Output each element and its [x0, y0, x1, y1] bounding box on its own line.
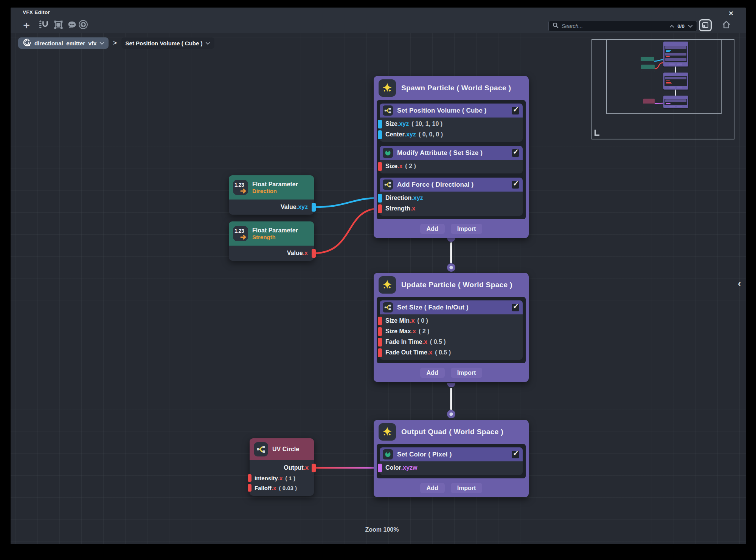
publish-button[interactable]: [78, 20, 88, 31]
block-set-color: Set Color ( Pixel ) ✓ Color.xyzw: [380, 447, 523, 475]
node-spawn-particle[interactable]: Spawn Particle ( World Space ): [374, 76, 529, 238]
search-input[interactable]: [562, 23, 666, 29]
input-port-size-min[interactable]: [378, 317, 382, 325]
block-header[interactable]: Modify Attribute ( Set Size ) ✓: [380, 146, 523, 160]
float-parameter-icon: 1.23: [233, 226, 248, 241]
output-label: Value: [287, 250, 303, 257]
input-row: Intensity.x( 1 ): [250, 473, 314, 483]
stage-link-socket: [447, 410, 455, 418]
node-header: UV Circle: [250, 438, 314, 460]
row-suffix: .x: [422, 339, 427, 345]
search-match-count: 0/0: [677, 23, 685, 29]
node-float-parameter-strength[interactable]: 1.23 Float Parameter Strength Value.x: [229, 221, 314, 261]
graph-canvas[interactable]: directional_emitter_vfx > Set Position V…: [11, 33, 746, 544]
output-port-value[interactable]: [312, 249, 316, 258]
breadcrumb-root[interactable]: directional_emitter_vfx: [18, 37, 109, 49]
input-port-size[interactable]: [378, 120, 382, 128]
block-header[interactable]: Set Position Volume ( Cube ) ✓: [380, 104, 523, 118]
row-value: ( 0.5 ): [430, 339, 446, 345]
output-label: Output: [284, 464, 303, 471]
snap-button[interactable]: [39, 20, 49, 31]
node-output-quad[interactable]: Output Quad ( World Space ) Set Color ( …: [374, 420, 529, 497]
search-next-button[interactable]: [687, 23, 693, 29]
node-float-parameter-direction[interactable]: 1.23 Float Parameter Direction Value.xyz: [229, 175, 314, 215]
block-list: Set Color ( Pixel ) ✓ Color.xyzw: [377, 444, 526, 478]
add-node-button[interactable]: +: [21, 20, 32, 31]
panel-collapse-chevron[interactable]: ‹: [735, 278, 744, 289]
add-button[interactable]: Add: [420, 483, 445, 493]
import-button[interactable]: Import: [451, 483, 483, 493]
input-port-size[interactable]: [378, 162, 382, 171]
input-port-direction[interactable]: [378, 194, 382, 203]
minimap[interactable]: [591, 39, 734, 139]
stage: VFX Editor ✕ +: [0, 0, 756, 560]
enabled-checkbox[interactable]: ✓: [512, 107, 519, 114]
check-icon: ✓: [513, 449, 519, 458]
close-button[interactable]: ✕: [727, 10, 735, 17]
row-value: ( 2 ): [405, 163, 416, 170]
comments-button[interactable]: [67, 20, 77, 31]
block-rows: Size Min.x( 0 ) Size Max.x( 2 ) Fade In …: [380, 314, 523, 360]
home-button[interactable]: [721, 20, 731, 31]
input-port-fade-out[interactable]: [378, 348, 382, 357]
check-icon: ✓: [513, 147, 519, 156]
input-port-center[interactable]: [378, 130, 382, 139]
node-uv-circle[interactable]: UV Circle Output.x Intensity.x( 1 ) Fall…: [250, 438, 314, 496]
node-header: 1.23 Float Parameter Direction: [229, 175, 314, 200]
input-port-fade-in[interactable]: [378, 338, 382, 347]
row-suffix: .xyz: [411, 195, 423, 201]
enabled-checkbox[interactable]: ✓: [512, 149, 519, 157]
stage-link-dome: [447, 238, 455, 242]
stage-link-socket: [447, 263, 455, 272]
enabled-checkbox[interactable]: ✓: [512, 181, 519, 189]
input-port-strength[interactable]: [378, 204, 382, 213]
block-rows: Size.xyz( 10, 1, 10 ) Center.xyz( 0, 0, …: [380, 118, 523, 142]
output-label: Value: [281, 204, 297, 210]
row-label: Strength: [385, 205, 410, 212]
input-port-color[interactable]: [378, 464, 382, 472]
marquee-select-button[interactable]: [53, 20, 64, 31]
output-port[interactable]: [312, 464, 316, 472]
minimap-toggle-corner: [703, 25, 705, 27]
breadcrumb-current-label: Set Position Volume ( Cube ): [126, 40, 203, 46]
import-button[interactable]: Import: [451, 368, 483, 378]
node-body: Value.x: [229, 246, 314, 261]
node-graph-icon: [383, 302, 393, 312]
row-label: Size Min: [385, 317, 410, 324]
input-port-intensity[interactable]: [248, 474, 251, 482]
node-footer: Add Import: [374, 478, 529, 497]
input-port-falloff[interactable]: [248, 484, 251, 492]
enabled-checkbox[interactable]: ✓: [512, 451, 519, 458]
node-title-group: Float Parameter Strength: [252, 227, 298, 240]
node-title: Update Particle ( World Space ): [401, 281, 512, 289]
minimap-node: [641, 57, 654, 64]
node-update-particle[interactable]: Update Particle ( World Space ): [374, 273, 529, 382]
block-title: Set Color ( Pixel ): [397, 451, 508, 458]
block-header[interactable]: Set Color ( Pixel ) ✓: [380, 447, 523, 461]
vfx-editor-window: VFX Editor ✕ +: [11, 8, 746, 544]
emitter-icon: [22, 38, 31, 48]
block-header[interactable]: Set Size ( Fade In/Out ) ✓: [380, 300, 523, 314]
import-button[interactable]: Import: [451, 224, 483, 234]
breadcrumb: directional_emitter_vfx > Set Position V…: [18, 37, 214, 49]
node-subtitle: Direction: [252, 188, 298, 194]
input-port-size-max[interactable]: [378, 327, 382, 336]
arrow-right-icon: [240, 234, 247, 240]
block-header[interactable]: Add Force ( Directional ) ✓: [380, 178, 523, 192]
row-value: ( 0.03 ): [279, 485, 297, 491]
add-button[interactable]: Add: [420, 368, 445, 378]
output-suffix: .x: [303, 250, 308, 257]
output-port-value[interactable]: [312, 203, 316, 212]
node-header: 1.23 Float Parameter Strength: [229, 221, 314, 246]
minimap-resize-handle[interactable]: [595, 130, 599, 136]
row-suffix: .x: [278, 475, 283, 481]
zoom-level-label: Zoom 100%: [340, 526, 424, 533]
enabled-checkbox[interactable]: ✓: [512, 304, 519, 311]
breadcrumb-current[interactable]: Set Position Volume ( Cube ): [121, 37, 215, 49]
search-prev-button[interactable]: [669, 23, 675, 29]
node-header: Output Quad ( World Space ): [374, 420, 529, 444]
row-suffix: .xyz: [397, 121, 409, 127]
row-label: Color: [385, 464, 401, 471]
add-button[interactable]: Add: [420, 224, 445, 234]
minimap-toggle-button[interactable]: [699, 19, 712, 31]
